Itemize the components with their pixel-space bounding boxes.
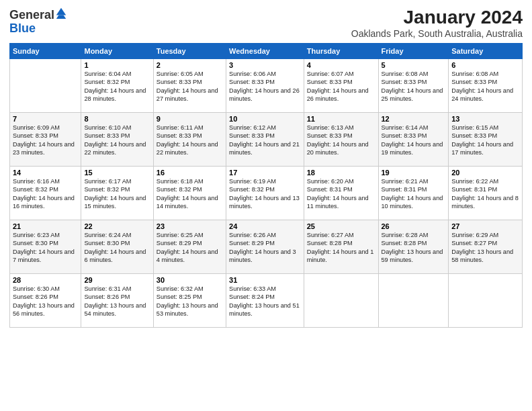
calendar-cell: 30Sunrise: 6:32 AMSunset: 8:25 PMDayligh…: [153, 274, 226, 328]
calendar-cell: 11Sunrise: 6:13 AMSunset: 8:33 PMDayligh…: [304, 113, 378, 167]
calendar-cell: 10Sunrise: 6:12 AMSunset: 8:33 PMDayligh…: [226, 113, 304, 167]
svg-marker-0: [56, 8, 66, 15]
day-detail: Sunrise: 6:05 AMSunset: 8:33 PMDaylight:…: [157, 70, 223, 103]
day-detail: Sunrise: 6:14 AMSunset: 8:33 PMDaylight:…: [382, 124, 446, 157]
header-row: General Blue January 2024 Oaklands Park,…: [9, 7, 523, 39]
day-detail: Sunrise: 6:17 AMSunset: 8:32 PMDaylight:…: [84, 177, 150, 211]
day-detail: Sunrise: 6:08 AMSunset: 8:33 PMDaylight:…: [382, 70, 446, 103]
day-detail: Sunrise: 6:04 AMSunset: 8:32 PMDaylight:…: [84, 70, 150, 103]
main-title: January 2024: [351, 7, 523, 28]
day-number: 11: [307, 115, 375, 123]
calendar-cell: 8Sunrise: 6:10 AMSunset: 8:33 PMDaylight…: [81, 113, 153, 167]
day-detail: Sunrise: 6:30 AMSunset: 8:26 PMDaylight:…: [13, 285, 78, 318]
title-block: January 2024 Oaklands Park, South Austra…: [351, 7, 523, 39]
calendar-cell: 21Sunrise: 6:23 AMSunset: 8:30 PMDayligh…: [10, 220, 81, 274]
day-detail: Sunrise: 6:09 AMSunset: 8:33 PMDaylight:…: [13, 124, 78, 157]
day-number: 28: [13, 276, 78, 284]
calendar-week-4: 21Sunrise: 6:23 AMSunset: 8:30 PMDayligh…: [10, 220, 523, 274]
col-sunday: Sunday: [10, 44, 81, 59]
calendar-cell: 31Sunrise: 6:33 AMSunset: 8:24 PMDayligh…: [226, 274, 304, 328]
svg-marker-1: [56, 15, 66, 19]
calendar-cell: [304, 274, 378, 328]
day-number: 7: [13, 115, 78, 123]
day-number: 24: [229, 222, 301, 230]
calendar-cell: 25Sunrise: 6:27 AMSunset: 8:28 PMDayligh…: [304, 220, 378, 274]
header-row-table: Sunday Monday Tuesday Wednesday Thursday…: [10, 44, 523, 59]
logo-blue: Blue: [9, 21, 36, 35]
calendar-cell: 19Sunrise: 6:21 AMSunset: 8:31 PMDayligh…: [378, 167, 449, 220]
day-detail: Sunrise: 6:33 AMSunset: 8:24 PMDaylight:…: [229, 285, 301, 318]
col-tuesday: Tuesday: [153, 44, 226, 59]
day-number: 5: [382, 61, 446, 69]
calendar-cell: 14Sunrise: 6:16 AMSunset: 8:32 PMDayligh…: [10, 167, 81, 220]
day-number: 30: [157, 276, 223, 284]
day-detail: Sunrise: 6:11 AMSunset: 8:33 PMDaylight:…: [157, 124, 223, 157]
calendar-cell: 6Sunrise: 6:08 AMSunset: 8:33 PMDaylight…: [449, 59, 523, 113]
day-number: 19: [382, 169, 446, 177]
day-detail: Sunrise: 6:18 AMSunset: 8:32 PMDaylight:…: [157, 177, 223, 211]
calendar-cell: 20Sunrise: 6:22 AMSunset: 8:31 PMDayligh…: [449, 167, 523, 220]
day-detail: Sunrise: 6:08 AMSunset: 8:33 PMDaylight:…: [451, 70, 519, 103]
calendar-cell: 28Sunrise: 6:30 AMSunset: 8:26 PMDayligh…: [10, 274, 81, 328]
calendar-cell: 29Sunrise: 6:31 AMSunset: 8:26 PMDayligh…: [81, 274, 153, 328]
col-friday: Friday: [378, 44, 449, 59]
calendar-cell: 18Sunrise: 6:20 AMSunset: 8:31 PMDayligh…: [304, 167, 378, 220]
day-detail: Sunrise: 6:20 AMSunset: 8:31 PMDaylight:…: [307, 177, 375, 211]
day-number: 4: [307, 61, 375, 69]
calendar-cell: 9Sunrise: 6:11 AMSunset: 8:33 PMDaylight…: [153, 113, 226, 167]
day-detail: Sunrise: 6:22 AMSunset: 8:31 PMDaylight:…: [451, 177, 519, 211]
calendar-cell: 16Sunrise: 6:18 AMSunset: 8:32 PMDayligh…: [153, 167, 226, 220]
day-detail: Sunrise: 6:06 AMSunset: 8:33 PMDaylight:…: [229, 70, 301, 103]
day-number: 20: [451, 169, 519, 177]
day-detail: Sunrise: 6:21 AMSunset: 8:31 PMDaylight:…: [382, 177, 446, 211]
page-container: General Blue January 2024 Oaklands Park,…: [0, 0, 532, 333]
day-number: 1: [84, 61, 150, 69]
calendar-cell: 26Sunrise: 6:28 AMSunset: 8:28 PMDayligh…: [378, 220, 449, 274]
calendar-cell: 15Sunrise: 6:17 AMSunset: 8:32 PMDayligh…: [81, 167, 153, 220]
calendar-week-3: 14Sunrise: 6:16 AMSunset: 8:32 PMDayligh…: [10, 167, 523, 220]
calendar-cell: 12Sunrise: 6:14 AMSunset: 8:33 PMDayligh…: [378, 113, 449, 167]
calendar-cell: 2Sunrise: 6:05 AMSunset: 8:33 PMDaylight…: [153, 59, 226, 113]
day-detail: Sunrise: 6:26 AMSunset: 8:29 PMDaylight:…: [229, 231, 301, 265]
col-thursday: Thursday: [304, 44, 378, 59]
calendar-cell: 22Sunrise: 6:24 AMSunset: 8:30 PMDayligh…: [81, 220, 153, 274]
calendar-cell: [449, 274, 523, 328]
day-number: 27: [451, 222, 519, 230]
calendar-cell: 4Sunrise: 6:07 AMSunset: 8:33 PMDaylight…: [304, 59, 378, 113]
day-number: 10: [229, 115, 301, 123]
day-number: 21: [13, 222, 78, 230]
day-number: 22: [84, 222, 150, 230]
calendar-cell: [378, 274, 449, 328]
day-number: 9: [157, 115, 223, 123]
day-number: 29: [84, 276, 150, 284]
day-number: 2: [157, 61, 223, 69]
day-detail: Sunrise: 6:13 AMSunset: 8:33 PMDaylight:…: [307, 124, 375, 157]
day-number: 12: [382, 115, 446, 123]
day-detail: Sunrise: 6:07 AMSunset: 8:33 PMDaylight:…: [307, 70, 375, 103]
calendar-cell: 24Sunrise: 6:26 AMSunset: 8:29 PMDayligh…: [226, 220, 304, 274]
day-number: 23: [157, 222, 223, 230]
day-number: 13: [451, 115, 519, 123]
day-number: 8: [84, 115, 150, 123]
calendar-cell: 23Sunrise: 6:25 AMSunset: 8:29 PMDayligh…: [153, 220, 226, 274]
day-detail: Sunrise: 6:23 AMSunset: 8:30 PMDaylight:…: [13, 231, 78, 265]
logo: General Blue: [9, 7, 67, 36]
calendar-cell: 1Sunrise: 6:04 AMSunset: 8:32 PMDaylight…: [81, 59, 153, 113]
col-wednesday: Wednesday: [226, 44, 304, 59]
day-detail: Sunrise: 6:28 AMSunset: 8:28 PMDaylight:…: [382, 231, 446, 265]
day-number: 14: [13, 169, 78, 177]
calendar-week-1: 1Sunrise: 6:04 AMSunset: 8:32 PMDaylight…: [10, 59, 523, 113]
day-detail: Sunrise: 6:27 AMSunset: 8:28 PMDaylight:…: [307, 231, 375, 265]
day-number: 17: [229, 169, 301, 177]
day-number: 26: [382, 222, 446, 230]
calendar-week-2: 7Sunrise: 6:09 AMSunset: 8:33 PMDaylight…: [10, 113, 523, 167]
day-number: 18: [307, 169, 375, 177]
day-detail: Sunrise: 6:19 AMSunset: 8:32 PMDaylight:…: [229, 177, 301, 211]
logo-icon: [55, 7, 67, 19]
day-number: 15: [84, 169, 150, 177]
calendar-cell: 3Sunrise: 6:06 AMSunset: 8:33 PMDaylight…: [226, 59, 304, 113]
day-detail: Sunrise: 6:15 AMSunset: 8:33 PMDaylight:…: [451, 124, 519, 157]
calendar-cell: 5Sunrise: 6:08 AMSunset: 8:33 PMDaylight…: [378, 59, 449, 113]
logo-general: General: [9, 8, 54, 21]
day-number: 3: [229, 61, 301, 69]
